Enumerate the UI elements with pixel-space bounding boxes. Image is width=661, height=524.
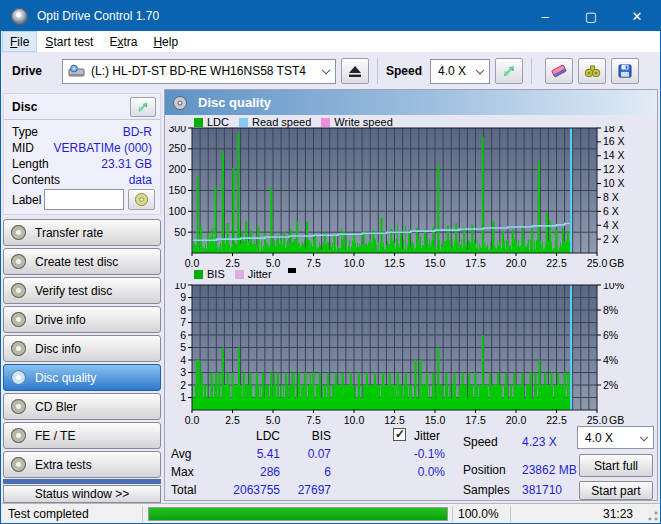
svg-text:17.5: 17.5 bbox=[465, 257, 486, 269]
svg-text:7.5: 7.5 bbox=[306, 414, 321, 426]
sidebar-item-disc-info[interactable]: Disc info bbox=[3, 335, 161, 362]
elapsed-time: 31:23 bbox=[603, 507, 633, 521]
sidebar-item-disc-quality[interactable]: Disc quality bbox=[3, 364, 161, 391]
app-disc-icon bbox=[11, 8, 28, 25]
stats-row-label: Avg bbox=[171, 447, 191, 461]
refresh-icon bbox=[501, 63, 517, 79]
app-window: Opti Drive Control 1.70 – ▢ ✕ FileStart … bbox=[0, 0, 661, 524]
maximize-button[interactable]: ▢ bbox=[568, 1, 614, 31]
chevron-down-icon bbox=[322, 66, 330, 74]
svg-text:200: 200 bbox=[168, 163, 186, 175]
toolbar-separator bbox=[377, 58, 378, 84]
resize-grip[interactable] bbox=[648, 511, 658, 521]
sidebar-item-label: CD Bler bbox=[35, 400, 77, 414]
speed-result-label: Speed bbox=[463, 435, 498, 449]
svg-text:4: 4 bbox=[180, 354, 186, 366]
write-label-button[interactable] bbox=[128, 189, 155, 210]
total-ldc: 2063755 bbox=[205, 483, 280, 497]
max-ldc: 286 bbox=[205, 465, 280, 479]
refresh-button[interactable] bbox=[495, 58, 523, 84]
sidebar-item-label: Verify test disc bbox=[35, 284, 112, 298]
disc-icon bbox=[11, 225, 26, 240]
svg-text:6%: 6% bbox=[603, 329, 618, 341]
sidebar-item-label: Disc info bbox=[35, 342, 81, 356]
sidebar-item-extra-tests[interactable]: Extra tests bbox=[3, 451, 161, 478]
close-button[interactable]: ✕ bbox=[614, 1, 660, 31]
svg-text:10: 10 bbox=[174, 283, 186, 291]
menu-help[interactable]: Help bbox=[145, 31, 186, 52]
sidebar-item-label: Drive info bbox=[35, 313, 86, 327]
menu-extra[interactable]: Extra bbox=[101, 31, 145, 52]
svg-text:8 X: 8 X bbox=[603, 191, 619, 203]
svg-text:14 X: 14 X bbox=[603, 149, 625, 161]
disc-icon bbox=[11, 283, 26, 298]
toolbar-separator bbox=[531, 58, 532, 84]
disc-field-length: Length 23.31 GB bbox=[4, 157, 160, 173]
sidebar-item-verify-test-disc[interactable]: Verify test disc bbox=[3, 277, 161, 304]
jitter-checkbox[interactable] bbox=[393, 428, 406, 441]
menu-file[interactable]: File bbox=[2, 31, 37, 52]
svg-text:8: 8 bbox=[180, 304, 186, 316]
legend-marker bbox=[288, 268, 296, 273]
progress-fill bbox=[149, 508, 447, 520]
legend-label: BIS bbox=[207, 268, 225, 280]
svg-text:2%: 2% bbox=[603, 379, 618, 391]
disc-icon bbox=[11, 457, 26, 472]
svg-text:150: 150 bbox=[168, 184, 186, 196]
start-part-button[interactable]: Start part bbox=[579, 481, 653, 500]
eject-icon bbox=[347, 63, 363, 79]
svg-text:16 X: 16 X bbox=[603, 135, 625, 147]
sidebar-item-cd-bler[interactable]: CD Bler bbox=[3, 393, 161, 420]
status-window-button[interactable]: Status window >> bbox=[3, 485, 161, 503]
sidebar: Disc Type BD-R MID VERBATIMe (000) bbox=[3, 93, 162, 503]
speed-select[interactable]: 4.0 X bbox=[430, 59, 490, 84]
sidebar-item-drive-info[interactable]: Drive info bbox=[3, 306, 161, 333]
chevron-down-icon bbox=[476, 66, 484, 74]
drive-value: (L:) HL-DT-ST BD-RE WH16NS58 TST4 bbox=[91, 64, 306, 78]
svg-text:250: 250 bbox=[168, 142, 186, 154]
progress-bar bbox=[148, 507, 448, 521]
progress-percent: 100.0% bbox=[458, 507, 499, 521]
label-input[interactable] bbox=[44, 189, 124, 210]
main-panel: Disc quality LDCRead speedWrite speed 50… bbox=[164, 89, 658, 501]
svg-text:15.0: 15.0 bbox=[425, 414, 446, 426]
avg-jitter: -0.1% bbox=[365, 447, 445, 461]
sidebar-item-transfer-rate[interactable]: Transfer rate bbox=[3, 219, 161, 246]
avg-ldc: 5.41 bbox=[205, 447, 280, 461]
label-row: Label bbox=[4, 189, 160, 213]
svg-text:7.5: 7.5 bbox=[306, 257, 321, 269]
disc-quality-icon bbox=[172, 95, 188, 111]
legend-swatch-jitter bbox=[235, 270, 244, 279]
refresh-icon bbox=[136, 100, 150, 114]
test-speed-select[interactable]: 4.0 X bbox=[577, 426, 654, 449]
svg-text:25.0: 25.0 bbox=[587, 414, 608, 426]
eject-button[interactable] bbox=[341, 58, 369, 84]
drive-icon bbox=[68, 64, 86, 78]
sidebar-item-fe-te[interactable]: FE / TE bbox=[3, 422, 161, 449]
svg-text:2.5: 2.5 bbox=[225, 414, 240, 426]
minimize-button[interactable]: – bbox=[522, 1, 568, 31]
legend-swatch-bis bbox=[194, 270, 203, 279]
contents-link[interactable]: data bbox=[129, 173, 152, 187]
stats-header-bis: BIS bbox=[285, 429, 331, 443]
chevron-down-icon bbox=[640, 433, 648, 441]
status-bar: Test completed 100.0% 31:23 bbox=[2, 503, 661, 524]
search-button[interactable] bbox=[578, 58, 606, 84]
sidebar-item-create-test-disc[interactable]: Create test disc bbox=[3, 248, 161, 275]
svg-text:5.0: 5.0 bbox=[266, 414, 281, 426]
sidebar-item-label: Transfer rate bbox=[35, 226, 103, 240]
menu-start-test[interactable]: Start test bbox=[37, 31, 101, 52]
svg-text:2: 2 bbox=[180, 379, 186, 391]
svg-text:1: 1 bbox=[180, 391, 186, 403]
svg-text:22.5: 22.5 bbox=[546, 414, 567, 426]
erase-button[interactable] bbox=[545, 58, 573, 84]
start-full-button[interactable]: Start full bbox=[579, 454, 653, 477]
statusbar-separator bbox=[142, 506, 143, 522]
disc-icon bbox=[11, 370, 26, 385]
drive-select[interactable]: (L:) HL-DT-ST BD-RE WH16NS58 TST4 bbox=[62, 59, 336, 84]
svg-text:8%: 8% bbox=[603, 304, 618, 316]
speed-label: Speed bbox=[386, 64, 422, 78]
disc-icon bbox=[11, 254, 26, 269]
save-button[interactable] bbox=[611, 58, 639, 84]
disc-refresh-button[interactable] bbox=[130, 97, 156, 117]
